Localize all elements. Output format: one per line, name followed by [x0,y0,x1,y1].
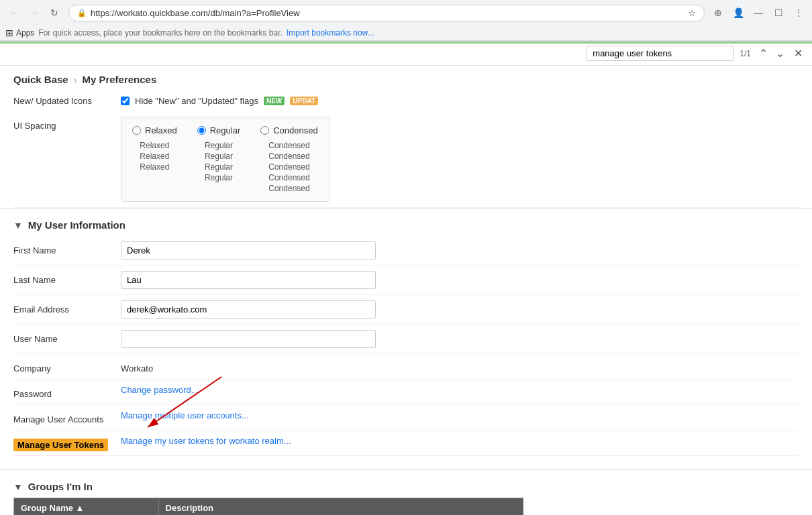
manage-accounts-row: Manage User Accounts Manage multiple use… [13,405,799,431]
page-content: Quick Base › My Preferences New/ Updated… [0,66,812,515]
last-name-value [121,271,799,289]
user-info-toggle[interactable]: ▼ [13,220,23,231]
manage-accounts-value: Manage multiple user accounts... [121,410,799,420]
search-prev-button[interactable]: ⌃ [756,46,770,61]
last-name-row: Last Name [13,266,799,295]
change-password-link[interactable]: Change password... [121,385,199,395]
first-name-input[interactable] [121,241,376,260]
new-updated-value: Hide "New" and "Updated" flags NEW UPDAT [121,96,318,106]
groups-table: Group Name ▲ Description @workato.com Al… [13,498,523,515]
email-row: Email Address [13,295,799,325]
breadcrumb-separator: › [74,74,77,85]
new-updated-row: New/ Updated Icons Hide "New" and "Updat… [13,91,799,111]
password-label: Password [13,385,121,399]
username-row: User Name [13,325,799,354]
groups-title: Groups I'm In [28,481,93,492]
apps-grid-icon: ⊞ [5,27,13,38]
secure-icon: 🔒 [77,9,87,17]
url-text: https://workato.quickbase.com/db/main?a=… [91,8,684,18]
group-name-header: Group Name ▲ [14,498,159,516]
bookmarks-bar: ⊞ Apps For quick access, place your book… [0,25,812,41]
minimize-button[interactable]: — [750,5,766,21]
browser-toolbar: ← → ↻ 🔒 https://workato.quickbase.com/db… [0,0,812,25]
reload-button[interactable]: ↻ [46,4,63,21]
new-updated-label: New/ Updated Icons [13,96,121,106]
company-value: Workato [121,359,799,374]
first-name-label: First Name [13,241,121,255]
apps-label: Apps [16,28,34,38]
nav-buttons: ← → ↻ [5,4,63,21]
manage-tokens-link[interactable]: Manage my user tokens for workato realm.… [121,436,291,446]
spacing-relaxed-label: Relaxed [145,125,177,135]
groups-toggle[interactable]: ▼ [13,481,23,492]
back-button[interactable]: ← [5,4,23,21]
apps-button[interactable]: ⊞ Apps [5,27,34,38]
spacing-condensed-radio[interactable] [260,126,269,135]
manage-accounts-link[interactable]: Manage multiple user accounts... [121,410,249,420]
manage-tokens-value: Manage my user tokens for workato realm.… [121,436,799,446]
spacing-relaxed-radio[interactable] [132,126,141,135]
search-overlay: 1/1 ⌃ ⌄ ✕ [0,42,812,66]
star-icon[interactable]: ☆ [688,8,696,18]
last-name-input[interactable] [121,271,376,289]
email-value [121,300,799,319]
browser-chrome: ← → ↻ 🔒 https://workato.quickbase.com/db… [0,0,812,42]
new-updated-section: New/ Updated Icons Hide "New" and "Updat… [0,91,812,208]
last-name-label: Last Name [13,271,121,285]
maximize-button[interactable]: ☐ [770,5,786,21]
breadcrumb-app: Quick Base [13,74,68,85]
company-label: Company [13,359,121,374]
email-input[interactable] [121,300,376,319]
first-name-value [121,241,799,260]
manage-tokens-row: Manage User Tokens Manage my user tokens… [13,431,799,456]
spacing-condensed-label: Condensed [273,125,318,135]
spacing-regular: Regular Regular Regular Regular Regular [197,125,241,193]
user-info-form: First Name Last Name Email Address User … [0,236,812,469]
page-header: Quick Base › My Preferences [0,66,812,91]
spacing-relaxed-demo: Relaxed Relaxed Relaxed [140,141,169,172]
group-description-header: Description [158,498,523,516]
spacing-regular-label: Regular [210,125,241,135]
import-bookmarks-link[interactable]: Import bookmarks now... [287,28,374,38]
forward-button[interactable]: → [26,4,43,21]
spacing-regular-radio[interactable] [197,126,206,135]
username-input[interactable] [121,330,376,348]
spacing-condensed: Condensed Condensed Condensed Condensed … [260,125,318,193]
ui-spacing-label: UI Spacing [13,117,121,131]
profile-button[interactable]: 👤 [730,5,746,21]
new-badge: NEW [264,97,285,105]
menu-button[interactable]: ⋮ [791,5,807,21]
breadcrumb-page: My Preferences [82,74,156,85]
hide-flags-label: Hide "New" and "Updated" flags [135,96,258,106]
groups-section: Group Name ▲ Description @workato.com Al… [0,498,812,515]
manage-tokens-highlight: Manage User Tokens [13,439,108,451]
hide-flags-checkbox[interactable] [121,97,130,105]
email-label: Email Address [13,300,121,314]
password-row: Password Change password... [13,380,799,405]
manage-accounts-label: Manage User Accounts [13,410,121,424]
username-label: User Name [13,330,121,344]
password-value: Change password... [121,385,799,395]
search-next-button[interactable]: ⌄ [773,46,787,61]
find-in-page-input[interactable] [587,46,734,61]
updated-badge: UPDAT [290,97,318,105]
search-count: 1/1 [740,49,751,58]
ui-spacing-options: Relaxed Relaxed Relaxed Relaxed Regular [121,117,799,202]
groups-section-header: ▼ Groups I'm In [0,469,812,498]
ui-spacing-row: UI Spacing Relaxed Relaxed Relaxed Relax… [13,111,799,208]
search-close-button[interactable]: ✕ [790,46,807,61]
user-info-section-header: ▼ My User Information [0,208,812,236]
company-row: Company Workato [13,354,799,380]
user-info-title: My User Information [28,219,125,231]
browser-actions: ⊕ 👤 — ☐ ⋮ [710,5,807,21]
spacing-condensed-demo: Condensed Condensed Condensed Condensed … [268,141,309,193]
spacing-regular-demo: Regular Regular Regular Regular [205,141,233,182]
username-value [121,330,799,348]
extensions-button[interactable]: ⊕ [710,5,726,21]
manage-tokens-label: Manage User Tokens [13,436,121,450]
first-name-row: First Name [13,236,799,266]
address-bar[interactable]: 🔒 https://workato.quickbase.com/db/main?… [68,5,705,21]
bookmark-hint: For quick access, place your bookmarks h… [38,28,283,38]
spacing-relaxed: Relaxed Relaxed Relaxed Relaxed [132,125,177,193]
